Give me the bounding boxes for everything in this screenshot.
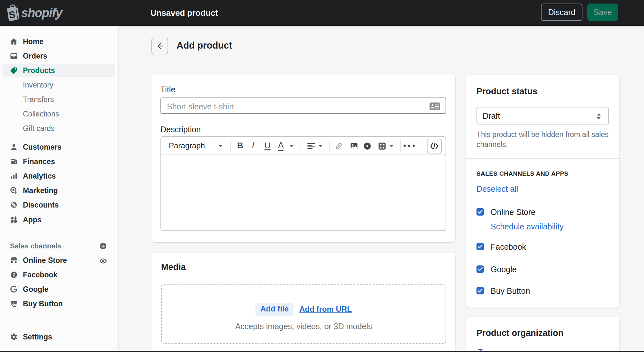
svg-text:shopify: shopify (21, 6, 63, 20)
